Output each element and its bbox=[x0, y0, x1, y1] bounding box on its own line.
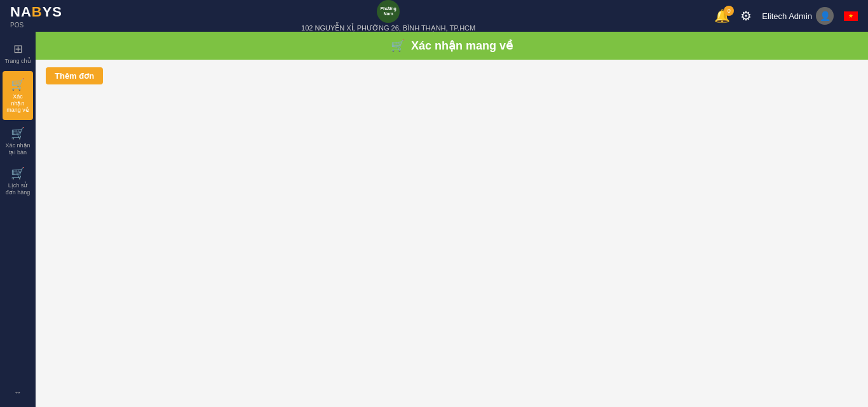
settings-button[interactable]: ⚙ bbox=[740, 8, 752, 23]
page-header-bar: 🛒 Xác nhận mang về bbox=[36, 32, 868, 60]
admin-info[interactable]: Elitech Admin 👤 bbox=[762, 7, 834, 25]
sidebar: ⊞ Trang chủ 🛒 Xác nhận mang về 🛒 Xác nhậ… bbox=[0, 32, 36, 407]
sidebar-item-xac-nhan-mang-ve[interactable]: 🛒 Xác nhận mang về bbox=[3, 71, 33, 120]
main-layout: ⊞ Trang chủ 🛒 Xác nhận mang về 🛒 Xác nhậ… bbox=[0, 32, 868, 407]
sidebar-bottom: ↔ bbox=[11, 383, 24, 407]
sidebar-item-trang-chu[interactable]: ⊞ Trang chủ bbox=[0, 37, 36, 70]
cart-icon-mang-ve: 🛒 bbox=[11, 77, 25, 91]
content-area: 🛒 Xác nhận mang về Thêm đơn bbox=[36, 32, 868, 407]
avatar: 👤 bbox=[816, 7, 834, 25]
sidebar-item-label: Xác nhận tại bàn bbox=[3, 142, 33, 156]
page-title: Xác nhận mang về bbox=[411, 39, 513, 53]
them-don-button[interactable]: Thêm đơn bbox=[46, 67, 103, 84]
brand-logo: Phương Nam bbox=[377, 0, 400, 23]
admin-name: Elitech Admin bbox=[762, 11, 812, 21]
page-content: Thêm đơn bbox=[36, 60, 868, 407]
notification-badge: 0 bbox=[724, 6, 734, 16]
page-header-cart-icon: 🛒 bbox=[391, 39, 405, 53]
cart-icon-lich-su: 🛒 bbox=[11, 166, 25, 180]
sidebar-item-label: Trang chủ bbox=[4, 58, 31, 65]
sidebar-item-label: Xác nhận mang về bbox=[6, 93, 29, 114]
home-icon: ⊞ bbox=[13, 42, 23, 56]
sidebar-item-label: Lịch sử đơn hàng bbox=[3, 182, 33, 196]
top-navbar: NABYS POS Phương Nam 102 NGUYỄN XỈ, PHƯỜ… bbox=[0, 0, 868, 32]
cart-icon-tai-ban: 🛒 bbox=[11, 126, 25, 140]
center-info: Phương Nam 102 NGUYỄN XỈ, PHƯỜNG 26, BÌN… bbox=[301, 0, 475, 32]
right-nav: 🔔 0 ⚙ Elitech Admin 👤 bbox=[714, 7, 858, 25]
notification-button[interactable]: 🔔 0 bbox=[714, 8, 730, 23]
sidebar-collapse-button[interactable]: ↔ bbox=[11, 383, 24, 402]
sidebar-item-lich-su-don-hang[interactable]: 🛒 Lịch sử đơn hàng bbox=[0, 161, 36, 201]
logo-sub: POS bbox=[10, 22, 62, 29]
language-flag[interactable] bbox=[844, 11, 858, 21]
brand-address: 102 NGUYỄN XỈ, PHƯỜNG 26, BÌNH THẠNH, TP… bbox=[301, 24, 475, 32]
collapse-icon: ↔ bbox=[14, 388, 22, 397]
sidebar-item-xac-nhan-tai-ban[interactable]: 🛒 Xác nhận tại bàn bbox=[0, 121, 36, 161]
logo-area: NABYS POS bbox=[10, 4, 62, 29]
logo-text: NABYS bbox=[10, 4, 62, 20]
